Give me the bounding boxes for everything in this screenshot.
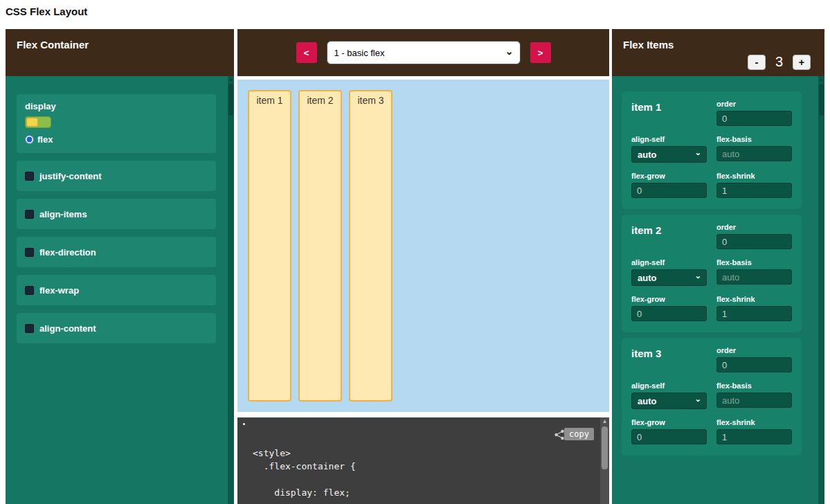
item-3-flex-basis-input[interactable] bbox=[716, 393, 792, 408]
flex-items-header: Flex Items - 3 + bbox=[612, 29, 824, 76]
item-3-flex-shrink-field: flex-shrink bbox=[716, 418, 792, 444]
flex-item-2: item 2 bbox=[298, 90, 342, 402]
prev-example-button[interactable]: < bbox=[296, 42, 317, 63]
flex-direction-checkbox[interactable] bbox=[25, 248, 34, 257]
property-row-flex-wrap[interactable]: flex-wrap bbox=[17, 275, 216, 305]
flex-items-panel: Flex Items - 3 + item 1 order align-self… bbox=[612, 29, 824, 504]
add-item-button[interactable]: + bbox=[793, 55, 811, 70]
item-count-controls: - 3 + bbox=[748, 54, 811, 70]
property-row-align-items[interactable]: align-items bbox=[17, 199, 216, 229]
item-1-flex-grow-field: flex-grow bbox=[631, 172, 707, 198]
flex-container-body: display flex justify-content align-items… bbox=[6, 76, 234, 504]
display-flex-radio-row[interactable]: flex bbox=[25, 134, 208, 145]
flex-grow-label: flex-grow bbox=[631, 295, 707, 303]
page-title: CSS Flex Layout bbox=[6, 6, 87, 17]
item-2-order-field: order bbox=[716, 223, 792, 249]
item-3-flex-shrink-input[interactable] bbox=[716, 429, 792, 444]
display-flex-radio[interactable] bbox=[25, 135, 34, 144]
flex-container-title: Flex Container bbox=[17, 39, 89, 51]
code-cursor-dot bbox=[243, 423, 245, 425]
item-2-order-input[interactable] bbox=[716, 234, 792, 249]
item-3-order-input[interactable] bbox=[716, 357, 792, 372]
flex-items-title: Flex Items bbox=[623, 39, 674, 51]
flex-shrink-label: flex-shrink bbox=[716, 172, 792, 180]
flex-wrap-label: flex-wrap bbox=[39, 285, 79, 296]
display-label: display bbox=[25, 101, 208, 111]
item-2-align-self-field: align-self auto ⌄ bbox=[631, 258, 707, 286]
flex-item-3: item 3 bbox=[349, 90, 393, 402]
order-label: order bbox=[716, 100, 792, 108]
item-2-flex-basis-field: flex-basis bbox=[716, 258, 792, 286]
display-flex-radio-label: flex bbox=[37, 134, 53, 145]
display-toggle[interactable] bbox=[25, 116, 51, 128]
item-1-align-self-select[interactable]: auto bbox=[631, 146, 707, 163]
item-card-2: item 2 order align-self auto ⌄ flex-basi… bbox=[622, 215, 802, 332]
justify-content-checkbox[interactable] bbox=[25, 172, 34, 181]
example-select[interactable]: 1 - basic flex bbox=[327, 41, 521, 64]
align-items-checkbox[interactable] bbox=[25, 210, 34, 219]
item-3-order-field: order bbox=[716, 346, 792, 372]
item-2-align-self-select[interactable]: auto bbox=[631, 269, 707, 286]
flex-container-header: Flex Container bbox=[6, 29, 234, 76]
item-1-align-self-wrap: auto ⌄ bbox=[631, 146, 707, 163]
item-1-flex-grow-input[interactable] bbox=[631, 183, 707, 198]
justify-content-label: justify-content bbox=[39, 171, 102, 181]
flex-items-body: item 1 order align-self auto ⌄ flex-basi… bbox=[612, 76, 824, 504]
flex-grow-label: flex-grow bbox=[631, 418, 707, 426]
scroll-up-icon[interactable]: ▲ bbox=[228, 76, 234, 83]
flex-basis-label: flex-basis bbox=[716, 258, 792, 267]
item-2-flex-grow-field: flex-grow bbox=[631, 295, 707, 321]
right-panel-scrollbar[interactable]: ▲ bbox=[818, 76, 824, 504]
next-example-button[interactable]: > bbox=[530, 42, 551, 63]
item-3-align-self-wrap: auto ⌄ bbox=[631, 393, 707, 409]
property-row-justify-content[interactable]: justify-content bbox=[17, 161, 216, 191]
item-3-flex-grow-field: flex-grow bbox=[631, 418, 707, 444]
item-1-flex-shrink-field: flex-shrink bbox=[716, 172, 792, 198]
flex-preview-container: item 1 item 2 item 3 bbox=[237, 80, 609, 412]
item-2-flex-shrink-input[interactable] bbox=[716, 306, 792, 321]
item-2-title: item 2 bbox=[631, 223, 707, 249]
example-selector-bar: < 1 - basic flex ⌄ > bbox=[237, 29, 609, 76]
item-2-flex-basis-input[interactable] bbox=[716, 269, 792, 285]
align-content-checkbox[interactable] bbox=[25, 324, 34, 333]
item-1-order-input[interactable] bbox=[716, 111, 792, 126]
scroll-up-icon[interactable]: ▲ bbox=[818, 76, 824, 83]
flex-shrink-label: flex-shrink bbox=[716, 418, 792, 426]
flex-basis-label: flex-basis bbox=[716, 381, 792, 390]
scrollbar-thumb[interactable] bbox=[819, 84, 824, 116]
copy-button[interactable]: copy bbox=[564, 428, 594, 440]
item-1-align-self-field: align-self auto ⌄ bbox=[631, 135, 707, 163]
scrollbar-thumb[interactable] bbox=[228, 84, 233, 116]
flex-basis-label: flex-basis bbox=[716, 135, 792, 143]
remove-item-button[interactable]: - bbox=[748, 55, 766, 70]
item-count: 3 bbox=[775, 54, 783, 70]
scroll-up-icon[interactable]: ▲ bbox=[600, 417, 609, 426]
align-self-label: align-self bbox=[631, 258, 707, 267]
item-1-title: item 1 bbox=[631, 100, 707, 126]
item-1-flex-basis-input[interactable] bbox=[716, 146, 792, 161]
preview-panel: < 1 - basic flex ⌄ > item 1 item 2 item … bbox=[237, 29, 609, 504]
code-scrollbar[interactable]: ▲ bbox=[600, 417, 609, 504]
item-3-flex-grow-input[interactable] bbox=[631, 429, 707, 444]
flex-wrap-checkbox[interactable] bbox=[25, 286, 34, 295]
item-2-flex-shrink-field: flex-shrink bbox=[716, 295, 792, 321]
order-label: order bbox=[716, 223, 792, 231]
scrollbar-thumb[interactable] bbox=[602, 426, 608, 469]
item-3-align-self-field: align-self auto ⌄ bbox=[631, 381, 707, 409]
item-2-flex-grow-input[interactable] bbox=[631, 306, 707, 321]
left-panel-scrollbar[interactable]: ▲ bbox=[228, 76, 234, 504]
code-panel: copy <style> .flex-container { display: … bbox=[237, 417, 609, 504]
property-row-align-content[interactable]: align-content bbox=[17, 313, 216, 343]
example-select-wrap: 1 - basic flex ⌄ bbox=[327, 41, 521, 64]
item-1-order-field: order bbox=[716, 100, 792, 126]
flex-container-panel: Flex Container display flex justify-cont… bbox=[6, 29, 234, 504]
align-self-label: align-self bbox=[631, 135, 707, 143]
share-icon[interactable] bbox=[554, 429, 565, 440]
toggle-knob-icon bbox=[26, 118, 38, 127]
item-1-flex-shrink-input[interactable] bbox=[716, 183, 792, 198]
property-row-flex-direction[interactable]: flex-direction bbox=[17, 237, 216, 267]
item-3-flex-basis-field: flex-basis bbox=[716, 381, 792, 409]
flex-direction-label: flex-direction bbox=[39, 247, 96, 258]
flex-item-1: item 1 bbox=[248, 90, 291, 402]
item-3-align-self-select[interactable]: auto bbox=[631, 393, 707, 409]
